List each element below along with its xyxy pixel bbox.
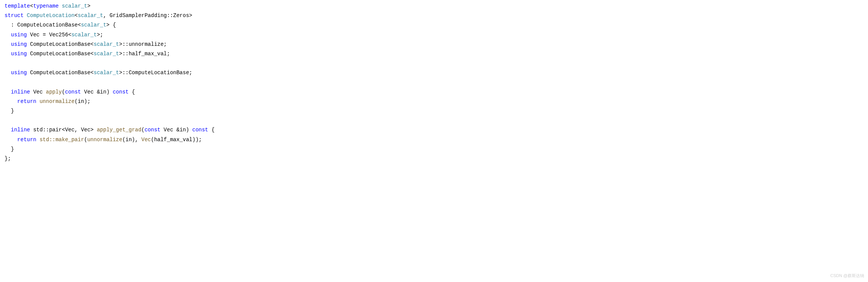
indent: [5, 89, 11, 95]
text: >::ComputeLocationBase;: [119, 70, 192, 76]
text: (half_max_val));: [151, 137, 202, 143]
text: Vec = Vec256<: [27, 32, 72, 38]
keyword-const: const: [145, 127, 161, 133]
keyword-typename: typename: [33, 3, 59, 9]
type-scalar: scalar_t: [71, 32, 97, 38]
indent: [5, 41, 11, 47]
text: {: [129, 89, 135, 95]
keyword-using: using: [11, 32, 27, 38]
text: Vec: [30, 89, 46, 95]
text: Vec &in): [161, 127, 192, 133]
func-apply-get-grad: apply_get_grad: [97, 127, 142, 133]
bracket: >: [87, 3, 90, 9]
func-make-pair: std::make_pair: [39, 137, 84, 143]
keyword-const: const: [192, 127, 208, 133]
type-computelocation: ComputeLocation: [27, 12, 75, 19]
type-scalar: scalar_t: [94, 41, 119, 47]
keyword-template: template: [5, 3, 30, 9]
keyword-return: return: [17, 137, 36, 143]
type-scalar: scalar_t: [81, 22, 106, 28]
indent: [5, 32, 11, 38]
space: [59, 3, 62, 9]
brace: }: [5, 146, 14, 152]
keyword-const: const: [113, 89, 129, 95]
text: >;: [97, 32, 103, 38]
text: (in);: [75, 98, 91, 104]
keyword-inline: inline: [11, 89, 30, 95]
indent: [5, 98, 17, 104]
brace: };: [5, 156, 11, 162]
text: std::pair<Vec, Vec>: [30, 127, 97, 133]
indent: [5, 70, 11, 76]
func-apply: apply: [46, 89, 62, 95]
text: > {: [106, 22, 116, 28]
keyword-struct: struct: [5, 12, 23, 19]
func-unnormalize: unnormalize: [87, 137, 122, 143]
keyword-inline: inline: [11, 127, 30, 133]
bracket: <: [75, 12, 78, 19]
text: : ComputeLocationBase<: [5, 22, 81, 28]
paren: (: [141, 127, 144, 133]
text: (in),: [122, 137, 141, 143]
keyword-using: using: [11, 51, 27, 57]
code-block: template<typename scalar_t> struct Compu…: [0, 0, 868, 165]
brace: }: [5, 108, 14, 114]
text: , GridSamplerPadding::Zeros>: [103, 12, 192, 19]
text: {: [208, 127, 215, 133]
space: [23, 12, 27, 19]
keyword-return: return: [17, 98, 36, 104]
bracket: <: [30, 3, 33, 9]
type-scalar: scalar_t: [94, 70, 119, 76]
indent: [5, 137, 17, 143]
type-scalar: scalar_t: [94, 51, 119, 57]
keyword-using: using: [11, 70, 27, 76]
func-unnormalize: unnormalize: [39, 98, 74, 104]
func-vec: Vec: [141, 137, 151, 143]
text: >::unnormalize;: [119, 41, 167, 47]
keyword-using: using: [11, 41, 27, 47]
text: ComputeLocationBase<: [27, 70, 94, 76]
type-scalar: scalar_t: [78, 12, 103, 19]
text: >::half_max_val;: [119, 51, 170, 57]
paren: (: [62, 89, 65, 95]
text: ComputeLocationBase<: [27, 41, 94, 47]
indent: [5, 51, 11, 57]
keyword-const: const: [65, 89, 81, 95]
text: Vec &in): [81, 89, 113, 95]
indent: [5, 127, 11, 133]
type-scalar: scalar_t: [62, 3, 87, 9]
text: ComputeLocationBase<: [27, 51, 94, 57]
